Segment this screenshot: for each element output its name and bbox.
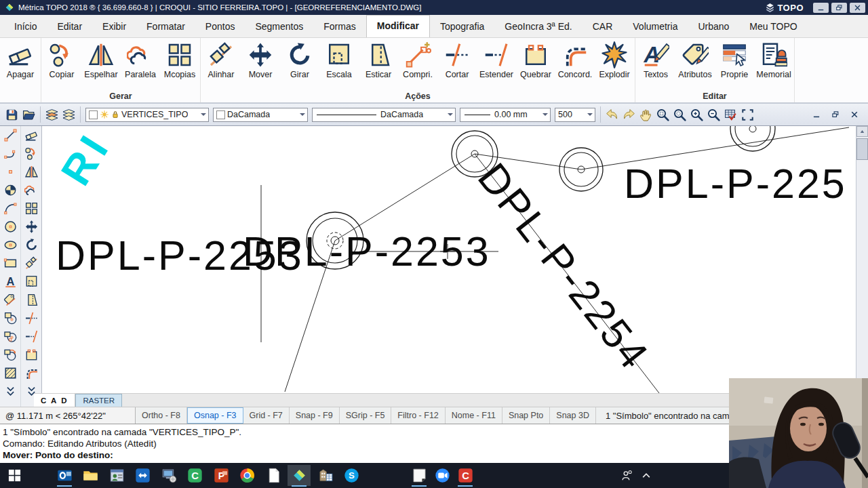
palette-tool-circle-square[interactable]	[1, 309, 20, 327]
palette-tool-eraser[interactable]	[22, 126, 41, 144]
ribbon-compri-button[interactable]: Compri.	[398, 39, 437, 90]
layer-select[interactable]: VERTICES_TIPO	[85, 108, 209, 122]
palette-tool-array[interactable]	[22, 199, 41, 218]
ribbon-mcopias-button[interactable]: Mcopias	[160, 39, 199, 90]
scrollbar-thumb[interactable]	[856, 138, 868, 160]
tab-urbano[interactable]: Urbano	[688, 16, 739, 37]
linetype-select[interactable]: DaCamada	[312, 108, 456, 122]
palette-tool-point[interactable]	[1, 163, 20, 181]
ribbon-explodir-button[interactable]: Explodir	[595, 39, 634, 90]
palette-tool-circle-square-2[interactable]	[1, 327, 20, 346]
palette-tool-circle[interactable]	[1, 218, 20, 236]
taskbar-metrica-topo[interactable]	[288, 465, 311, 486]
taskbar-powerpoint[interactable]: P	[210, 465, 233, 486]
ribbon-copiar-button[interactable]: Copiar	[42, 39, 81, 90]
toggle-ortho-f8[interactable]: Ortho - F8	[136, 407, 187, 424]
table-check-button[interactable]	[722, 106, 739, 123]
ribbon-escala-button[interactable]: Escala	[319, 39, 359, 90]
palette-tool-text-tool[interactable]: A	[1, 272, 20, 291]
taskbar-zoom-app[interactable]	[431, 465, 454, 486]
doc-close-button[interactable]	[847, 108, 862, 121]
ribbon-espelhar-button[interactable]: Espelhar	[81, 39, 121, 90]
ribbon-esticar-button[interactable]: Esticar	[359, 39, 398, 90]
open-button[interactable]	[20, 106, 37, 123]
tab-geoincra-3-ed[interactable]: GeoIncra 3ª Ed.	[494, 16, 582, 37]
palette-tool-extend[interactable]	[22, 327, 41, 346]
toggle-grid-f7[interactable]: Grid - F7	[243, 407, 290, 424]
taskbar-windows-start[interactable]	[3, 465, 26, 486]
layers-button[interactable]	[60, 106, 77, 123]
ribbon-apagar-button[interactable]: Apagar	[1, 39, 40, 90]
ribbon-memorial-button[interactable]: Memorial	[754, 39, 793, 90]
palette-tool-stretch[interactable]	[22, 291, 41, 309]
taskbar-users-app[interactable]	[105, 465, 128, 486]
palette-tool-circle-square-arrow[interactable]	[1, 346, 20, 364]
ribbon-textos-button[interactable]: ATextos	[636, 39, 675, 90]
zoom-window-button[interactable]	[654, 106, 671, 123]
tab-cad[interactable]: C A D	[34, 394, 75, 407]
palette-tool-polyline[interactable]	[1, 144, 20, 163]
tab-segmentos[interactable]: Segmentos	[245, 16, 313, 37]
tab-editar[interactable]: Editar	[47, 16, 92, 37]
palette-tool-rect-tool[interactable]	[1, 254, 20, 272]
tab-car[interactable]: CAR	[583, 16, 623, 37]
ribbon-atributos-button[interactable]: Atributos	[675, 39, 715, 90]
tab-formas[interactable]: Formas	[313, 16, 366, 37]
toggle-snap-3d[interactable]: Snap 3D	[550, 407, 596, 424]
ribbon-girar-button[interactable]: Girar	[280, 39, 319, 90]
taskbar-document[interactable]	[262, 465, 285, 486]
layer-visibility-checkbox[interactable]	[89, 110, 98, 119]
palette-tool-position[interactable]	[1, 181, 20, 199]
taskbar-notes[interactable]	[408, 465, 431, 486]
minimize-button[interactable]	[813, 3, 829, 13]
tab-volumetria[interactable]: Volumetria	[623, 16, 688, 37]
undo-button[interactable]	[604, 106, 620, 123]
tab-modificar[interactable]: Modificar	[366, 15, 430, 37]
toggle-nome-f11[interactable]: Nome - F11	[446, 407, 502, 424]
palette-tool-align[interactable]	[22, 254, 41, 272]
redo-button[interactable]	[620, 106, 637, 123]
ribbon-mover-button[interactable]: Mover	[241, 39, 280, 90]
color-select[interactable]: DaCamada	[213, 108, 308, 122]
canvas-vertical-scrollbar[interactable]	[856, 126, 868, 407]
toggle-filtro-f12[interactable]: Filtro - F12	[391, 407, 445, 424]
tab-raster[interactable]: RASTER	[75, 394, 122, 407]
taskbar-system[interactable]	[157, 465, 180, 486]
drawing-canvas[interactable]: DPL-P-2253DPL-P-2253DPL-P-225DPL-P-2254R…	[42, 126, 856, 393]
tab-formatar[interactable]: Formatar	[136, 16, 195, 37]
palette-tool-hatch[interactable]	[1, 364, 20, 382]
doc-restore-button[interactable]	[828, 108, 843, 121]
ribbon-alinhar-button[interactable]: Alinhar	[201, 39, 241, 90]
toggle-osnap-f3[interactable]: Osnap - F3	[187, 407, 243, 424]
palette-tool-break[interactable]	[22, 346, 41, 364]
palette-tool-fillet[interactable]	[22, 364, 41, 382]
zoom-out-button[interactable]	[705, 106, 722, 123]
zoom-in-button[interactable]	[688, 106, 705, 123]
palette-tool-trim[interactable]	[22, 309, 41, 327]
ribbon-cortar-button[interactable]: Cortar	[437, 39, 477, 90]
zoom-extents-button[interactable]	[671, 106, 688, 123]
toggle-snap-f9[interactable]: Snap - F9	[290, 407, 340, 424]
palette-tool-tag[interactable]	[1, 291, 20, 309]
palette-tool-arc[interactable]	[1, 199, 20, 218]
ribbon-estender-button[interactable]: Estender	[477, 39, 516, 90]
taskbar-chrome[interactable]	[235, 465, 258, 486]
palette-tool-ellipse[interactable]	[1, 236, 20, 254]
fullscreen-button[interactable]	[739, 106, 756, 123]
palette-tool-scale[interactable]	[22, 272, 41, 291]
palette-tool-move[interactable]	[22, 218, 41, 236]
close-button[interactable]	[850, 3, 865, 13]
palette-tool-offset[interactable]	[22, 181, 41, 199]
tab-pontos[interactable]: Pontos	[195, 16, 245, 37]
doc-minimize-button[interactable]	[809, 108, 824, 121]
tab-exibir[interactable]: Exibir	[92, 16, 136, 37]
toggle-snap-pto[interactable]: Snap Pto	[502, 407, 550, 424]
restore-button[interactable]	[831, 3, 847, 13]
taskbar-explorer[interactable]	[79, 465, 102, 486]
ribbon-quebrar-button[interactable]: Quebrar	[516, 39, 555, 90]
pan-button[interactable]	[637, 106, 654, 123]
taskbar-geoapp[interactable]	[314, 465, 337, 486]
scroll-up-button[interactable]	[856, 126, 868, 137]
ribbon-paralela-button[interactable]: Paralela	[121, 39, 160, 90]
palette-tool-line[interactable]	[1, 126, 20, 144]
